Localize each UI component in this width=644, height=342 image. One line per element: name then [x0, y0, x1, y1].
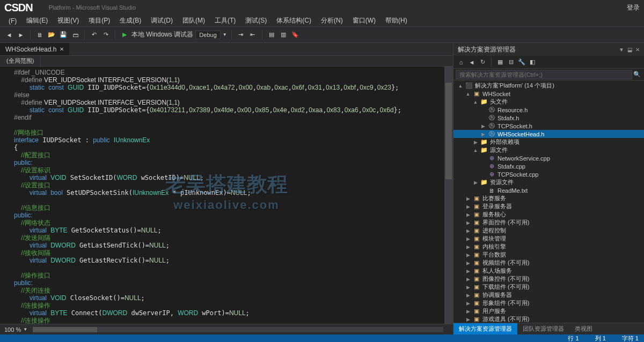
menu-item[interactable]: 生成(B) [115, 15, 145, 26]
save-all-icon[interactable]: 🗃 [70, 30, 80, 40]
outdent-icon[interactable]: ⇤ [248, 30, 258, 40]
tree-item[interactable]: ▶▣平台数据 [453, 251, 644, 259]
undo-icon[interactable]: ↶ [89, 30, 99, 40]
panel-tab[interactable]: 类视图 [569, 323, 598, 334]
run-icon[interactable]: ▶ [120, 30, 129, 40]
tree-item[interactable]: ▶▣服务核心 [453, 210, 644, 219]
tree-item[interactable]: ▶▣协调服务器 [453, 291, 644, 299]
file-tab[interactable]: WHSocketHead.h ✕ [0, 43, 69, 55]
expand-icon[interactable]: ▶ [480, 132, 486, 137]
expand-icon[interactable]: ▶ [465, 285, 471, 290]
expand-icon[interactable]: ▶ [465, 236, 471, 242]
config-dropdown[interactable]: Debug [195, 31, 220, 39]
save-icon[interactable]: 💾 [58, 30, 68, 40]
tree-item[interactable]: ▶▣私人场服务 [453, 267, 644, 275]
tree-item[interactable]: ▶ⓗWHSocketHead.h [453, 130, 644, 138]
expand-icon[interactable]: ▶ [465, 252, 471, 258]
tree-item[interactable]: ▶▣比赛服务 [453, 194, 644, 202]
tree-item[interactable]: ▶▣游戏道具 (不可用) [453, 315, 644, 323]
expand-icon[interactable]: ▶ [480, 123, 486, 129]
menu-item[interactable]: 工具(T) [210, 15, 240, 26]
tree-item[interactable]: ▶▣模块管理 [453, 235, 644, 243]
dropdown-icon[interactable]: ▼ [619, 47, 624, 53]
zoom-level[interactable]: 100 % [4, 326, 21, 333]
expand-icon[interactable]: ▶ [465, 301, 471, 306]
expand-icon[interactable]: ▶ [465, 204, 471, 209]
search-input[interactable] [456, 70, 632, 79]
nav-back-icon[interactable]: ◄ [4, 30, 14, 40]
preview-icon[interactable]: ◧ [528, 59, 537, 66]
bookmark-icon[interactable]: 🔖 [290, 30, 300, 40]
expand-icon[interactable]: ▶ [465, 268, 471, 274]
tree-item[interactable]: ⓗStdafx.h [453, 114, 644, 122]
menu-item[interactable]: 帮助(H) [381, 15, 412, 26]
menu-item[interactable]: 调试(D) [147, 15, 177, 26]
login-button[interactable]: 登录 [627, 3, 640, 12]
expand-icon[interactable]: ▲ [465, 91, 471, 97]
tree-item[interactable]: ⊕Stdafx.cpp [453, 162, 644, 170]
tree-item[interactable]: ▶▣进程控制 [453, 227, 644, 235]
redo-icon[interactable]: ↷ [101, 30, 111, 40]
home-icon[interactable]: ⌂ [457, 59, 465, 66]
tree-item[interactable]: ▶▣登录服务器 [453, 202, 644, 210]
tree-item[interactable]: ⊕TCPSocket.cpp [453, 170, 644, 178]
tree-item[interactable]: ▶▣用户服务 [453, 307, 644, 315]
expand-icon[interactable]: ▶ [465, 244, 471, 250]
back-icon[interactable]: ◄ [467, 59, 476, 66]
menu-item[interactable]: 视图(V) [53, 15, 83, 26]
properties-icon[interactable]: 🔧 [517, 59, 526, 66]
expand-icon[interactable]: ▶ [465, 309, 471, 314]
uncomment-icon[interactable]: ▥ [279, 30, 288, 40]
tree-item[interactable]: ⓗResource.h [453, 106, 644, 114]
menu-item[interactable]: 分析(N) [317, 15, 347, 26]
menu-item[interactable]: 项目(P) [84, 15, 114, 26]
expand-icon[interactable]: ▶ [465, 317, 471, 322]
tree-item[interactable]: ▶▣视频组件 (不可用) [453, 259, 644, 267]
expand-icon[interactable]: ▲ [473, 99, 478, 105]
tree-item[interactable]: 🗎ReadMe.txt [453, 186, 644, 194]
vertical-scrollbar[interactable] [444, 67, 453, 324]
expand-icon[interactable]: ▶ [465, 196, 471, 201]
horizontal-scrollbar[interactable] [33, 327, 443, 332]
expand-icon[interactable]: ▶ [465, 260, 471, 266]
tree-item[interactable]: ⊕NetworkService.cpp [453, 154, 644, 162]
tree-item[interactable]: ▶📁资源文件 [453, 178, 644, 186]
expand-icon[interactable]: ▶ [465, 212, 471, 217]
menu-item[interactable]: 体系结构(C) [272, 15, 316, 26]
debug-target[interactable]: 本地 Windows 调试器 [131, 30, 193, 39]
tree-item[interactable]: ▶📁外部依赖项 [453, 138, 644, 146]
panel-tab[interactable]: 解决方案资源管理器 [453, 323, 517, 334]
menu-item[interactable]: 测试(S) [241, 15, 271, 26]
nav-fwd-icon[interactable]: ► [16, 30, 26, 40]
scope-dropdown[interactable]: (全局范围) [0, 56, 41, 66]
tree-item[interactable]: ▲▣WHSocket [453, 90, 644, 98]
tree-item[interactable]: ▶▣形象组件 (不可用) [453, 299, 644, 307]
menu-item[interactable]: 窗口(W) [348, 15, 380, 26]
refresh-icon[interactable]: ↻ [478, 59, 487, 66]
expand-icon[interactable]: ▶ [465, 276, 471, 282]
search-icon[interactable]: 🔍 [633, 71, 641, 78]
panel-tab[interactable]: 团队资源管理器 [517, 323, 569, 334]
tree-item[interactable]: ▲⬛解决方案'Platform' (14 个项目) [453, 82, 644, 90]
close-icon[interactable]: ✕ [60, 46, 64, 52]
menu-item[interactable]: (F) [4, 16, 21, 26]
show-all-icon[interactable]: ▦ [496, 59, 504, 66]
tree-item[interactable]: ▲📁源文件 [453, 146, 644, 154]
tree-item[interactable]: ▶▣下载组件 (不可用) [453, 283, 644, 291]
pin-icon[interactable]: ⬓ [627, 47, 632, 53]
solution-tree[interactable]: ▲⬛解决方案'Platform' (14 个项目)▲▣WHSocket▲📁头文件… [453, 81, 644, 323]
new-file-icon[interactable]: 🗎 [35, 30, 45, 40]
collapse-icon[interactable]: ⊟ [507, 59, 515, 66]
tree-item[interactable]: ▶▣界面控件 (不可用) [453, 219, 644, 227]
menu-item[interactable]: 团队(M) [178, 15, 209, 26]
tree-item[interactable]: ▶▣内核引擎 [453, 243, 644, 251]
tree-item[interactable]: ▶▣图像控件 (不可用) [453, 275, 644, 283]
expand-icon[interactable]: ▲ [458, 83, 463, 89]
comment-icon[interactable]: ▤ [267, 30, 276, 40]
expand-icon[interactable]: ▶ [473, 180, 478, 185]
close-icon[interactable]: ✕ [635, 47, 640, 53]
expand-icon[interactable]: ▲ [473, 148, 478, 153]
menu-item[interactable]: 编辑(E) [22, 15, 52, 26]
expand-icon[interactable]: ▶ [465, 228, 471, 234]
expand-icon[interactable]: ▶ [473, 140, 478, 145]
